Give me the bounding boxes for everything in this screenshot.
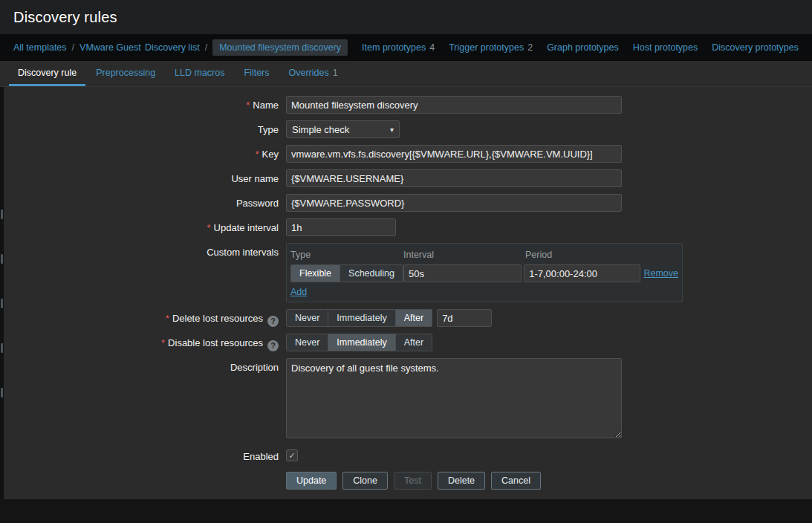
key-row: *Key — [0, 145, 812, 163]
key-input[interactable] — [286, 145, 622, 163]
update-interval-label-cell: *Update interval — [0, 218, 279, 236]
update-button[interactable]: Update — [286, 472, 337, 490]
delete-lost-segmented: Never Immediately After — [286, 309, 432, 327]
update-interval-label: Update interval — [214, 222, 279, 233]
custom-interval-row: Flexible Scheduling Remove — [290, 264, 678, 282]
form-actions: Update Clone Test Delete Cancel — [286, 472, 812, 490]
breadcrumb-separator: / — [205, 42, 207, 53]
nav-current-rule[interactable]: Mounted filesystem discovery — [212, 39, 348, 56]
sidebar-tick — [1, 299, 3, 308]
disable-lost-immediately[interactable]: Immediately — [328, 334, 395, 351]
collapsed-sidebar-strip — [0, 87, 4, 499]
description-label-cell: Description — [0, 358, 279, 441]
check-icon: ✓ — [288, 451, 295, 461]
chevron-down-icon: ▾ — [390, 126, 394, 134]
test-button[interactable]: Test — [394, 472, 432, 490]
tab-label: LLD macros — [175, 68, 224, 78]
required-marker: * — [256, 149, 259, 160]
nav-discovery-list[interactable]: Discovery list — [145, 42, 200, 53]
column-type: Type — [290, 250, 403, 260]
help-icon[interactable]: ? — [267, 316, 279, 327]
nav-trigger-prototypes[interactable]: Trigger prototypes2 — [449, 42, 533, 53]
enabled-label-cell: Enabled — [0, 447, 279, 465]
delete-lost-never[interactable]: Never — [287, 310, 328, 326]
nav-host-prototypes[interactable]: Host prototypes — [633, 42, 698, 53]
name-label: Name — [253, 100, 279, 111]
breadcrumb-template-name[interactable]: VMware Guest — [79, 42, 141, 53]
interval-type-segmented: Flexible Scheduling — [290, 264, 403, 282]
delete-lost-resources-row: *Delete lost resources? Never Immediatel… — [0, 309, 812, 327]
tab-discovery-rule[interactable]: Discovery rule — [9, 61, 85, 86]
name-input[interactable] — [286, 96, 622, 114]
required-marker: * — [166, 313, 169, 324]
nav-discovery-prototypes[interactable]: Discovery prototypes — [712, 42, 799, 53]
tab-label: Filters — [244, 68, 269, 78]
interval-input[interactable] — [403, 264, 522, 282]
interval-type-flexible[interactable]: Flexible — [291, 265, 340, 282]
delete-button[interactable]: Delete — [438, 472, 485, 490]
cancel-button[interactable]: Cancel — [491, 472, 541, 490]
disable-lost-segmented: Never Immediately After — [286, 334, 432, 351]
tab-overrides[interactable]: Overrides1 — [280, 61, 347, 86]
delete-lost-label: Delete lost resources — [172, 313, 263, 324]
type-select[interactable]: Simple check ▾ — [286, 120, 400, 138]
page-header: Discovery rules — [0, 0, 812, 34]
breadcrumb-separator: / — [72, 42, 74, 53]
column-period: Period — [525, 250, 646, 260]
enabled-row: Enabled ✓ — [0, 447, 812, 465]
sidebar-tick — [1, 388, 3, 397]
description-textarea[interactable]: Discovery of all guest file systems. — [286, 358, 622, 438]
breadcrumb-all-templates[interactable]: All templates — [13, 42, 67, 53]
nav-link-label: Trigger prototypes — [449, 42, 524, 53]
nav-link-count: 2 — [527, 42, 533, 53]
delete-lost-after-input[interactable] — [437, 309, 492, 327]
name-label-cell: *Name — [0, 96, 279, 114]
enabled-checkbox[interactable]: ✓ — [286, 449, 298, 461]
nav-link-count: 4 — [429, 42, 435, 53]
breadcrumb-nav: All templates / VMware Guest Discovery l… — [0, 34, 812, 61]
disable-lost-after[interactable]: After — [396, 334, 432, 351]
required-marker: * — [246, 100, 250, 111]
clone-button[interactable]: Clone — [342, 472, 388, 490]
interval-type-scheduling[interactable]: Scheduling — [340, 265, 403, 282]
help-icon[interactable]: ? — [267, 340, 279, 351]
disable-lost-label: Disable lost resources — [168, 337, 263, 348]
discovery-rule-form: *Name Type Simple check ▾ *Key User name — [0, 87, 812, 499]
custom-intervals-header: Type Interval Period — [290, 250, 678, 260]
user-name-input[interactable] — [286, 169, 622, 187]
password-input[interactable] — [286, 194, 622, 212]
disable-lost-label-cell: *Disable lost resources? — [0, 334, 279, 351]
tab-filters[interactable]: Filters — [235, 61, 278, 86]
column-interval: Interval — [403, 250, 525, 260]
period-input[interactable] — [524, 264, 640, 282]
password-row: Password — [0, 194, 812, 212]
nav-item-prototypes[interactable]: Item prototypes4 — [362, 42, 435, 53]
page-footer — [0, 499, 812, 523]
tab-preprocessing[interactable]: Preprocessing — [87, 61, 164, 86]
disable-lost-never[interactable]: Never — [287, 334, 328, 351]
tab-lld-macros[interactable]: LLD macros — [166, 61, 233, 86]
tab-label: Preprocessing — [96, 68, 155, 78]
nav-link-label: Graph prototypes — [547, 42, 619, 53]
enabled-label: Enabled — [243, 451, 279, 462]
nav-graph-prototypes[interactable]: Graph prototypes — [547, 42, 619, 53]
disable-lost-resources-row: *Disable lost resources? Never Immediate… — [0, 334, 812, 351]
type-label-cell: Type — [0, 120, 279, 138]
custom-intervals-label: Custom intervals — [207, 247, 279, 258]
custom-intervals-editor: Type Interval Period Flexible Scheduling — [286, 243, 683, 302]
delete-lost-after[interactable]: After — [396, 310, 432, 326]
name-row: *Name — [0, 96, 812, 114]
user-name-row: User name — [0, 169, 812, 187]
delete-lost-label-cell: *Delete lost resources? — [0, 309, 279, 327]
remove-interval-link[interactable]: Remove — [643, 268, 678, 279]
required-marker: * — [207, 222, 210, 233]
custom-intervals-label-cell: Custom intervals — [0, 243, 279, 302]
type-row: Type Simple check ▾ — [0, 120, 812, 138]
nav-link-label: Host prototypes — [633, 42, 698, 53]
key-label-cell: *Key — [0, 145, 279, 163]
add-interval-link[interactable]: Add — [290, 287, 307, 297]
user-name-label-cell: User name — [0, 169, 279, 187]
update-interval-input[interactable] — [286, 218, 396, 236]
delete-lost-immediately[interactable]: Immediately — [328, 310, 395, 326]
page-title: Discovery rules — [13, 9, 117, 26]
